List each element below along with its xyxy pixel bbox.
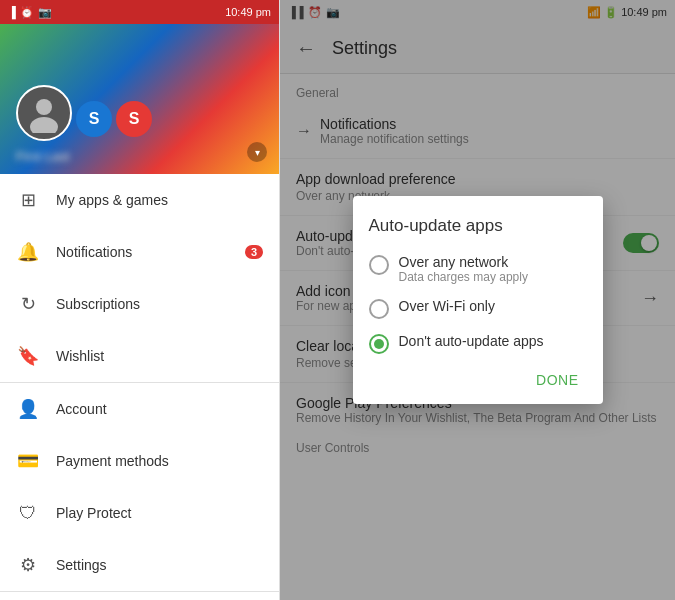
radio-any-network bbox=[369, 255, 389, 275]
right-panel: ▐▐ ⏰ 📷 📶 🔋 10:49 pm ← Settings General →… bbox=[280, 0, 675, 600]
menu-item-settings[interactable]: ⚙ Settings bbox=[0, 539, 279, 591]
screenshot-icon: 📷 bbox=[38, 6, 52, 19]
menu-item-subscriptions[interactable]: ↻ Subscriptions bbox=[0, 278, 279, 330]
menu-item-payment[interactable]: 💳 Payment methods bbox=[0, 435, 279, 487]
avatar-main bbox=[16, 85, 72, 141]
left-status-bar: ▐ ⏰ 📷 10:49 pm bbox=[0, 0, 279, 24]
dialog-title: Auto-update apps bbox=[369, 216, 587, 236]
subscriptions-label: Subscriptions bbox=[56, 296, 263, 312]
signal-icon: ▐ bbox=[8, 6, 16, 18]
play-protect-icon: 🛡 bbox=[16, 501, 40, 525]
radio-dont-update bbox=[369, 334, 389, 354]
left-time: 10:49 pm bbox=[225, 6, 271, 18]
svg-point-0 bbox=[36, 99, 52, 115]
my-apps-label: My apps & games bbox=[56, 192, 263, 208]
left-status-right: 10:49 pm bbox=[225, 6, 271, 18]
radio-dont-update-inner bbox=[374, 339, 384, 349]
payment-icon: 💳 bbox=[16, 449, 40, 473]
my-apps-icon: ⊞ bbox=[16, 188, 40, 212]
left-menu: ⊞ My apps & games 🔔 Notifications 3 ↻ Su… bbox=[0, 174, 279, 600]
radio-wifi bbox=[369, 299, 389, 319]
dialog-actions: DONE bbox=[369, 368, 587, 392]
avatar-group: S S bbox=[16, 85, 263, 149]
wishlist-icon: 🔖 bbox=[16, 344, 40, 368]
option-over-any-network[interactable]: Over any network Data charges may apply bbox=[369, 254, 587, 284]
play-protect-label: Play Protect bbox=[56, 505, 263, 521]
avatar-s2: S bbox=[116, 101, 152, 137]
wishlist-label: Wishlist bbox=[56, 348, 263, 364]
user-name: First Last bbox=[16, 149, 263, 164]
payment-label: Payment methods bbox=[56, 453, 263, 469]
option-dont-auto-update[interactable]: Don't auto-update apps bbox=[369, 333, 587, 354]
menu-item-wishlist[interactable]: 🔖 Wishlist bbox=[0, 330, 279, 382]
radio-any-network-sublabel: Data charges may apply bbox=[399, 270, 528, 284]
dropdown-icon[interactable]: ▾ bbox=[247, 142, 267, 162]
subscriptions-icon: ↻ bbox=[16, 292, 40, 316]
menu-item-account[interactable]: 👤 Account bbox=[0, 382, 279, 435]
radio-any-network-label: Over any network bbox=[399, 254, 528, 270]
auto-update-dialog: Auto-update apps Over any network Data c… bbox=[353, 196, 603, 404]
left-header: S S First Last ▾ bbox=[0, 24, 279, 174]
radio-wifi-text: Over Wi-Fi only bbox=[399, 298, 495, 314]
notifications-icon: 🔔 bbox=[16, 240, 40, 264]
account-icon: 👤 bbox=[16, 397, 40, 421]
radio-any-network-text: Over any network Data charges may apply bbox=[399, 254, 528, 284]
done-button[interactable]: DONE bbox=[528, 368, 586, 392]
svg-point-1 bbox=[30, 117, 58, 133]
left-status-icons: ▐ ⏰ 📷 bbox=[8, 6, 52, 19]
avatar-s1: S bbox=[76, 101, 112, 137]
radio-wifi-label: Over Wi-Fi only bbox=[399, 298, 495, 314]
dialog-overlay: Auto-update apps Over any network Data c… bbox=[280, 0, 675, 600]
settings-label: Settings bbox=[56, 557, 263, 573]
option-over-wifi[interactable]: Over Wi-Fi only bbox=[369, 298, 587, 319]
radio-dont-update-label: Don't auto-update apps bbox=[399, 333, 544, 349]
menu-item-open-movies[interactable]: 🎬 Open Movies app ↗ bbox=[0, 591, 279, 600]
notifications-badge: 3 bbox=[245, 245, 263, 259]
radio-dont-update-text: Don't auto-update apps bbox=[399, 333, 544, 349]
settings-icon: ⚙ bbox=[16, 553, 40, 577]
menu-item-notifications[interactable]: 🔔 Notifications 3 bbox=[0, 226, 279, 278]
alarm-icon: ⏰ bbox=[20, 6, 34, 19]
account-label: Account bbox=[56, 401, 263, 417]
notifications-label: Notifications bbox=[56, 244, 229, 260]
left-panel: ▐ ⏰ 📷 10:49 pm S S First Last ▾ ⊞ My app… bbox=[0, 0, 280, 600]
menu-item-play-protect[interactable]: 🛡 Play Protect bbox=[0, 487, 279, 539]
menu-item-my-apps[interactable]: ⊞ My apps & games bbox=[0, 174, 279, 226]
